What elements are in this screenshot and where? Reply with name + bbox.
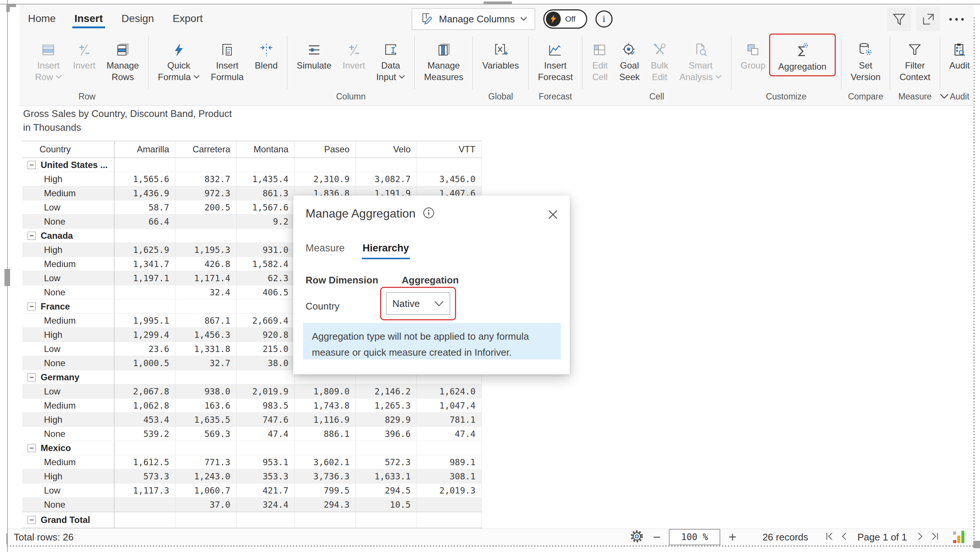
ribbon-button-insert-formula[interactable]: InsertFormula <box>205 33 249 83</box>
value-cell: 9.2 <box>236 214 294 228</box>
column-header-amarilla[interactable]: Amarilla <box>114 141 175 157</box>
toolbar-actions: Manage Columns Off i <box>412 8 612 30</box>
value-cell: 1,612.5 <box>114 455 175 469</box>
value-cell: 1,171.4 <box>175 271 236 285</box>
dialog-tab-hierarchy[interactable]: Hierarchy <box>363 243 409 259</box>
ribbon-button-goal-seek[interactable]: GoalSeek <box>614 33 645 83</box>
ribbon-button-label: Invert <box>73 60 95 71</box>
collapse-icon[interactable] <box>27 232 36 240</box>
column-header-carretera[interactable]: Carretera <box>175 141 236 157</box>
dialog-tab-measure[interactable]: Measure <box>305 243 345 259</box>
value-cell: 1,117.3 <box>114 484 175 497</box>
manage-columns-button[interactable]: Manage Columns <box>412 8 535 30</box>
ribbon-group-unlabeled-3: ManageMeasures <box>418 33 469 106</box>
simulate-icon <box>306 36 322 58</box>
ribbon-button-data-input[interactable]: DataInput <box>371 33 410 83</box>
close-icon[interactable] <box>547 209 558 220</box>
power-toggle[interactable]: Off <box>543 9 587 29</box>
value-cell <box>236 512 294 528</box>
ribbon-button-label: Blend <box>255 60 278 71</box>
value-cell: 2,019.3 <box>417 484 482 497</box>
ribbon-button-audit[interactable]: Audit <box>944 33 975 71</box>
ribbon-button-aggregation[interactable]: Aggregation <box>769 33 836 76</box>
quick-formula-icon <box>171 36 187 58</box>
visual-corner-controls <box>887 8 968 31</box>
ribbon-button-label: Formula <box>211 71 244 83</box>
ribbon-button-quick-formula[interactable]: QuickFormula <box>153 33 205 83</box>
value-cell: 920.8 <box>236 328 294 341</box>
resize-handle-mid-left[interactable] <box>5 269 10 286</box>
edit-cell-icon <box>592 36 608 58</box>
status-bar: Total rows: 26 − 100 % + 26 records Page… <box>8 528 973 545</box>
collapse-icon[interactable] <box>27 373 36 381</box>
tab-insert[interactable]: Insert <box>75 13 103 25</box>
audit-icon <box>951 36 968 58</box>
page-next-icon[interactable] <box>915 531 925 543</box>
value-cell <box>294 512 355 528</box>
page-prev-icon[interactable] <box>840 531 849 543</box>
value-cell: 1,341.7 <box>114 257 175 271</box>
set-version-icon <box>858 36 874 58</box>
status-bar-right: − 100 % + 26 records Page 1 of 1 <box>629 528 965 546</box>
ribbon-group-label <box>153 90 283 104</box>
row-label-cell: High <box>22 328 114 341</box>
settings-gear-icon[interactable] <box>629 528 644 546</box>
column-header-montana[interactable]: Montana <box>236 141 294 157</box>
value-cell: 1,567.6 <box>236 200 294 214</box>
collapse-icon[interactable] <box>27 303 36 311</box>
ribbon-button-label: Measures <box>424 71 463 83</box>
more-options-icon[interactable] <box>945 8 968 31</box>
resize-handle-top-left-2[interactable] <box>6 4 10 12</box>
column-header-country[interactable]: Country <box>22 144 114 155</box>
value-cell: 953.1 <box>236 455 294 469</box>
value-cell <box>114 158 175 172</box>
collapse-icon[interactable] <box>27 516 36 524</box>
ribbon-button-set-version[interactable]: SetVersion <box>845 33 886 83</box>
value-cell <box>355 512 417 528</box>
value-cell: 983.5 <box>236 398 294 412</box>
tab-home[interactable]: Home <box>28 13 56 25</box>
power-toggle-label: Off <box>565 14 576 24</box>
ribbon-button-manage-rows[interactable]: ManageRows <box>101 33 145 83</box>
value-cell: 572.3 <box>355 455 417 469</box>
value-cell <box>175 158 236 172</box>
ribbon-button-insert-forecast[interactable]: InsertForecast <box>533 33 578 83</box>
ribbon-button-simulate[interactable]: Simulate <box>291 33 337 71</box>
zoom-level-input[interactable]: 100 % <box>669 529 720 545</box>
aggregation-dropdown[interactable]: Native <box>386 292 450 315</box>
value-cell: 453.4 <box>114 413 175 427</box>
focus-mode-icon[interactable] <box>916 8 940 31</box>
tab-design[interactable]: Design <box>121 13 154 25</box>
info-circle-icon[interactable] <box>423 207 434 220</box>
page-last-icon[interactable] <box>930 531 940 543</box>
ribbon-button-label: Variables <box>482 60 519 71</box>
ribbon-button-filter-context[interactable]: FilterContext <box>894 33 936 83</box>
ribbon-button-label: Edit <box>592 60 608 71</box>
zoom-out-button[interactable]: − <box>651 530 662 544</box>
page-first-icon[interactable] <box>825 531 834 543</box>
ribbon-button-label: Invert <box>343 60 365 71</box>
ribbon-collapse-button[interactable] <box>939 94 949 101</box>
row-label-cell: Medium <box>22 257 114 271</box>
ribbon-group-label: Row <box>29 90 145 104</box>
column-header-vtt[interactable]: VTT <box>417 141 482 157</box>
value-cell: 426.8 <box>175 257 236 271</box>
value-cell <box>294 158 355 172</box>
column-header-paseo[interactable]: Paseo <box>294 141 355 157</box>
zoom-in-button[interactable]: + <box>727 530 738 544</box>
info-icon[interactable]: i <box>595 10 612 28</box>
ribbon-button-blend[interactable]: Blend <box>249 33 283 71</box>
row-label-cell: None <box>22 427 114 441</box>
value-cell: 861.3 <box>236 186 294 200</box>
filter-icon[interactable] <box>887 8 911 31</box>
tab-export[interactable]: Export <box>172 13 203 25</box>
dialog-title: Manage Aggregation <box>305 207 415 220</box>
ribbon-button-manage-measures[interactable]: ManageMeasures <box>418 33 469 83</box>
ribbon-group-row: InsertRowInvertManageRowsRow <box>29 33 145 106</box>
collapse-icon[interactable] <box>27 444 36 452</box>
column-header-velo[interactable]: Velo <box>355 141 417 157</box>
invert-icon <box>346 36 362 58</box>
ribbon-button-label: Quick <box>167 60 190 71</box>
ribbon-button-variables[interactable]: Variables <box>477 33 524 71</box>
collapse-icon[interactable] <box>27 161 36 169</box>
